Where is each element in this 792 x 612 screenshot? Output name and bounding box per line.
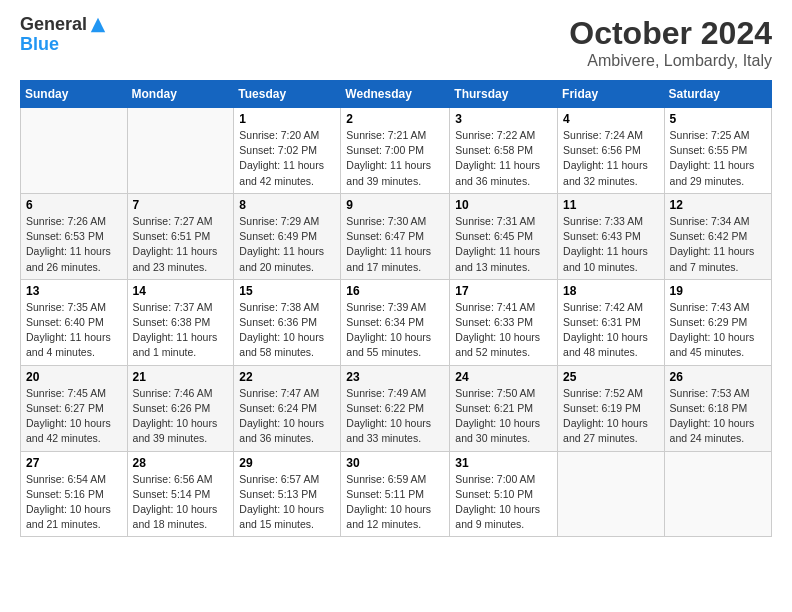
day-number: 14 <box>133 284 229 298</box>
day-number: 31 <box>455 456 552 470</box>
table-row <box>127 108 234 194</box>
day-info: Sunrise: 7:00 AMSunset: 5:10 PMDaylight:… <box>455 472 552 533</box>
title-block: October 2024 Ambivere, Lombardy, Italy <box>569 15 772 70</box>
logo-icon <box>89 16 107 34</box>
table-row: 17Sunrise: 7:41 AMSunset: 6:33 PMDayligh… <box>450 279 558 365</box>
day-info: Sunrise: 7:37 AMSunset: 6:38 PMDaylight:… <box>133 300 229 361</box>
day-number: 21 <box>133 370 229 384</box>
table-row: 15Sunrise: 7:38 AMSunset: 6:36 PMDayligh… <box>234 279 341 365</box>
day-number: 3 <box>455 112 552 126</box>
table-row: 24Sunrise: 7:50 AMSunset: 6:21 PMDayligh… <box>450 365 558 451</box>
day-number: 18 <box>563 284 659 298</box>
day-number: 28 <box>133 456 229 470</box>
day-info: Sunrise: 7:53 AMSunset: 6:18 PMDaylight:… <box>670 386 766 447</box>
table-row: 26Sunrise: 7:53 AMSunset: 6:18 PMDayligh… <box>664 365 771 451</box>
col-friday: Friday <box>558 81 665 108</box>
day-info: Sunrise: 7:22 AMSunset: 6:58 PMDaylight:… <box>455 128 552 189</box>
day-info: Sunrise: 7:43 AMSunset: 6:29 PMDaylight:… <box>670 300 766 361</box>
table-row: 1Sunrise: 7:20 AMSunset: 7:02 PMDaylight… <box>234 108 341 194</box>
day-number: 26 <box>670 370 766 384</box>
table-row <box>664 451 771 537</box>
day-info: Sunrise: 7:27 AMSunset: 6:51 PMDaylight:… <box>133 214 229 275</box>
calendar-week-row: 20Sunrise: 7:45 AMSunset: 6:27 PMDayligh… <box>21 365 772 451</box>
day-info: Sunrise: 7:42 AMSunset: 6:31 PMDaylight:… <box>563 300 659 361</box>
day-number: 30 <box>346 456 444 470</box>
logo-text-line2: Blue <box>20 34 59 54</box>
table-row: 28Sunrise: 6:56 AMSunset: 5:14 PMDayligh… <box>127 451 234 537</box>
col-monday: Monday <box>127 81 234 108</box>
table-row: 30Sunrise: 6:59 AMSunset: 5:11 PMDayligh… <box>341 451 450 537</box>
day-number: 24 <box>455 370 552 384</box>
day-info: Sunrise: 6:56 AMSunset: 5:14 PMDaylight:… <box>133 472 229 533</box>
day-number: 29 <box>239 456 335 470</box>
day-info: Sunrise: 7:38 AMSunset: 6:36 PMDaylight:… <box>239 300 335 361</box>
day-number: 25 <box>563 370 659 384</box>
day-number: 23 <box>346 370 444 384</box>
col-saturday: Saturday <box>664 81 771 108</box>
day-number: 7 <box>133 198 229 212</box>
day-number: 15 <box>239 284 335 298</box>
main-title: October 2024 <box>569 15 772 52</box>
day-number: 27 <box>26 456 122 470</box>
col-thursday: Thursday <box>450 81 558 108</box>
table-row: 31Sunrise: 7:00 AMSunset: 5:10 PMDayligh… <box>450 451 558 537</box>
table-row: 3Sunrise: 7:22 AMSunset: 6:58 PMDaylight… <box>450 108 558 194</box>
day-info: Sunrise: 7:24 AMSunset: 6:56 PMDaylight:… <box>563 128 659 189</box>
calendar-header-row: Sunday Monday Tuesday Wednesday Thursday… <box>21 81 772 108</box>
table-row: 8Sunrise: 7:29 AMSunset: 6:49 PMDaylight… <box>234 193 341 279</box>
day-number: 8 <box>239 198 335 212</box>
day-info: Sunrise: 7:39 AMSunset: 6:34 PMDaylight:… <box>346 300 444 361</box>
day-info: Sunrise: 7:35 AMSunset: 6:40 PMDaylight:… <box>26 300 122 361</box>
calendar-table: Sunday Monday Tuesday Wednesday Thursday… <box>20 80 772 537</box>
day-number: 5 <box>670 112 766 126</box>
subtitle: Ambivere, Lombardy, Italy <box>569 52 772 70</box>
table-row: 22Sunrise: 7:47 AMSunset: 6:24 PMDayligh… <box>234 365 341 451</box>
day-info: Sunrise: 7:31 AMSunset: 6:45 PMDaylight:… <box>455 214 552 275</box>
calendar-week-row: 1Sunrise: 7:20 AMSunset: 7:02 PMDaylight… <box>21 108 772 194</box>
day-info: Sunrise: 7:49 AMSunset: 6:22 PMDaylight:… <box>346 386 444 447</box>
table-row: 18Sunrise: 7:42 AMSunset: 6:31 PMDayligh… <box>558 279 665 365</box>
day-info: Sunrise: 7:21 AMSunset: 7:00 PMDaylight:… <box>346 128 444 189</box>
page: General Blue October 2024 Ambivere, Lomb… <box>0 0 792 612</box>
table-row: 12Sunrise: 7:34 AMSunset: 6:42 PMDayligh… <box>664 193 771 279</box>
table-row: 19Sunrise: 7:43 AMSunset: 6:29 PMDayligh… <box>664 279 771 365</box>
col-wednesday: Wednesday <box>341 81 450 108</box>
table-row: 16Sunrise: 7:39 AMSunset: 6:34 PMDayligh… <box>341 279 450 365</box>
day-info: Sunrise: 7:29 AMSunset: 6:49 PMDaylight:… <box>239 214 335 275</box>
table-row: 2Sunrise: 7:21 AMSunset: 7:00 PMDaylight… <box>341 108 450 194</box>
header: General Blue October 2024 Ambivere, Lomb… <box>20 15 772 70</box>
day-number: 4 <box>563 112 659 126</box>
day-number: 12 <box>670 198 766 212</box>
day-number: 19 <box>670 284 766 298</box>
day-info: Sunrise: 7:25 AMSunset: 6:55 PMDaylight:… <box>670 128 766 189</box>
day-number: 11 <box>563 198 659 212</box>
table-row: 5Sunrise: 7:25 AMSunset: 6:55 PMDaylight… <box>664 108 771 194</box>
logo: General Blue <box>20 15 107 55</box>
day-info: Sunrise: 7:26 AMSunset: 6:53 PMDaylight:… <box>26 214 122 275</box>
day-number: 17 <box>455 284 552 298</box>
day-number: 13 <box>26 284 122 298</box>
day-number: 6 <box>26 198 122 212</box>
table-row: 25Sunrise: 7:52 AMSunset: 6:19 PMDayligh… <box>558 365 665 451</box>
table-row <box>558 451 665 537</box>
day-number: 20 <box>26 370 122 384</box>
day-info: Sunrise: 7:45 AMSunset: 6:27 PMDaylight:… <box>26 386 122 447</box>
day-info: Sunrise: 6:54 AMSunset: 5:16 PMDaylight:… <box>26 472 122 533</box>
table-row: 20Sunrise: 7:45 AMSunset: 6:27 PMDayligh… <box>21 365 128 451</box>
table-row: 7Sunrise: 7:27 AMSunset: 6:51 PMDaylight… <box>127 193 234 279</box>
table-row: 29Sunrise: 6:57 AMSunset: 5:13 PMDayligh… <box>234 451 341 537</box>
table-row: 23Sunrise: 7:49 AMSunset: 6:22 PMDayligh… <box>341 365 450 451</box>
day-info: Sunrise: 7:33 AMSunset: 6:43 PMDaylight:… <box>563 214 659 275</box>
table-row: 13Sunrise: 7:35 AMSunset: 6:40 PMDayligh… <box>21 279 128 365</box>
day-info: Sunrise: 7:52 AMSunset: 6:19 PMDaylight:… <box>563 386 659 447</box>
day-number: 22 <box>239 370 335 384</box>
table-row: 6Sunrise: 7:26 AMSunset: 6:53 PMDaylight… <box>21 193 128 279</box>
day-info: Sunrise: 7:20 AMSunset: 7:02 PMDaylight:… <box>239 128 335 189</box>
day-number: 16 <box>346 284 444 298</box>
day-number: 10 <box>455 198 552 212</box>
table-row: 21Sunrise: 7:46 AMSunset: 6:26 PMDayligh… <box>127 365 234 451</box>
col-sunday: Sunday <box>21 81 128 108</box>
day-info: Sunrise: 6:59 AMSunset: 5:11 PMDaylight:… <box>346 472 444 533</box>
table-row: 11Sunrise: 7:33 AMSunset: 6:43 PMDayligh… <box>558 193 665 279</box>
col-tuesday: Tuesday <box>234 81 341 108</box>
